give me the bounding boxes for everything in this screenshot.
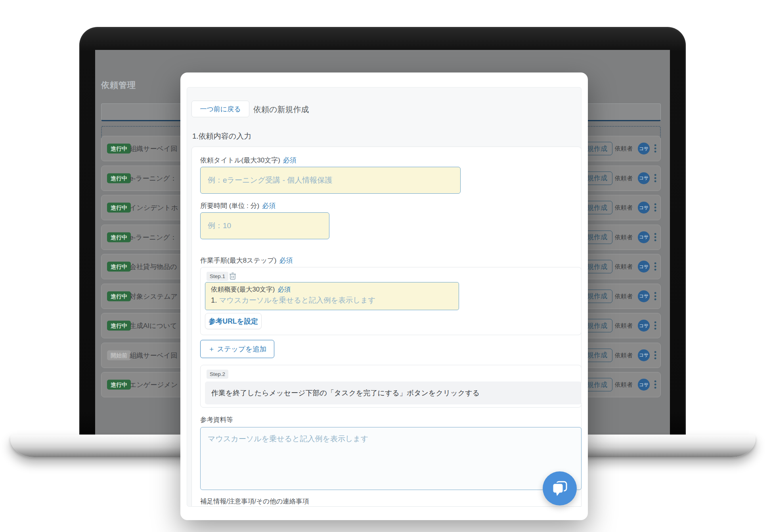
avatar[interactable]: コサ	[638, 202, 650, 214]
request-row-title: 組織サーベイ回	[130, 144, 177, 153]
requester-label: 依頼者	[615, 263, 633, 271]
status-badge: 進行中	[107, 232, 131, 242]
step2-text: 作業を終了したらメッセージ下部の「タスクを完了にする」ボタンをクリックする	[205, 381, 582, 404]
avatar[interactable]: コサ	[638, 290, 650, 302]
request-title-label: 依頼タイトル(最大30文字)必須	[200, 156, 297, 165]
screenshot-stage: 依頼管理 進行中 組織サーベイ回 規作成 依頼者 コサ ••• 進行中 e-ラー…	[0, 0, 773, 532]
duration-placeholder: 例：10	[208, 221, 231, 231]
duration-label: 所要時間 (単位 : 分)必須	[200, 201, 276, 210]
delete-step-icon[interactable]	[229, 272, 236, 280]
avatar[interactable]: コサ	[638, 379, 650, 391]
avatar[interactable]: コサ	[638, 172, 650, 184]
step1-summary-input[interactable]: 依頼概要(最大30文字)必須 1. マウスカーソルを乗せると記入例を表示します	[205, 282, 459, 310]
step2-chip: Step.2	[207, 370, 228, 379]
avatar[interactable]: コサ	[638, 320, 650, 332]
status-badge: 進行中	[107, 144, 131, 154]
supplement-label: 補足情報/注意事項/その他の連絡事項	[200, 497, 309, 506]
step1-summary-placeholder: 1. マウスカーソルを乗せると記入例を表示します	[211, 295, 459, 305]
request-row-title: e-ラーニング：	[130, 233, 177, 242]
kebab-menu-icon[interactable]: •••	[652, 350, 658, 360]
status-badge: 進行中	[107, 203, 131, 213]
avatar[interactable]: コサ	[638, 261, 650, 273]
kebab-menu-icon[interactable]: •••	[652, 143, 658, 154]
required-badge: 必須	[279, 257, 293, 264]
requester-label: 依頼者	[615, 233, 633, 241]
requester-label: 依頼者	[615, 204, 633, 212]
kebab-menu-icon[interactable]: •••	[652, 232, 658, 242]
required-badge: 必須	[262, 202, 276, 210]
requester-label: 依頼者	[615, 145, 633, 153]
request-title-input[interactable]: 例：eラーニング受講 - 個人情報保護	[200, 167, 461, 194]
kebab-menu-icon[interactable]: •••	[652, 173, 658, 183]
reference-textarea[interactable]: マウスカーソルを乗せると記入例を表示します	[200, 427, 582, 490]
avatar[interactable]: コサ	[638, 143, 650, 154]
requester-label: 依頼者	[615, 174, 633, 182]
request-row-title: e-ラーニング：	[130, 174, 177, 183]
kebab-menu-icon[interactable]: •••	[652, 320, 658, 331]
request-row-title: 会社貸与物品の	[130, 262, 177, 271]
requester-label: 依頼者	[615, 322, 633, 330]
request-row-title: エンゲージメン	[130, 380, 178, 389]
duration-input[interactable]: 例：10	[200, 212, 329, 239]
step1-summary-label: 依頼概要(最大30文字)必須	[211, 285, 459, 294]
avatar[interactable]: コサ	[638, 349, 650, 361]
requester-label: 依頼者	[615, 381, 633, 389]
status-badge: 進行中	[107, 321, 131, 331]
new-request-modal: 一つ前に戻る 依頼の新規作成 1.依頼内容の入力 依頼タイトル(最大30文字)必…	[180, 72, 588, 520]
set-reference-url-button[interactable]: 参考URLを設定	[205, 313, 262, 329]
status-badge: 進行中	[107, 173, 131, 183]
modal-title: 依頼の新規作成	[253, 104, 309, 115]
avatar[interactable]: コサ	[638, 231, 650, 243]
requester-label: 依頼者	[615, 292, 633, 300]
chat-launcher-button[interactable]	[543, 471, 577, 505]
add-step-button[interactable]: ＋ ステップを追加	[200, 340, 274, 358]
chat-bubble-icon	[551, 479, 569, 498]
request-row-title: 組織サーベイ回	[130, 351, 177, 360]
kebab-menu-icon[interactable]: •••	[652, 291, 658, 301]
step1-chip: Step.1	[207, 272, 228, 281]
status-badge: 進行中	[107, 380, 131, 390]
required-badge: 必須	[283, 156, 297, 164]
status-badge: 進行中	[107, 291, 131, 301]
request-row-title: インシデントホ	[130, 203, 178, 212]
kebab-menu-icon[interactable]: •••	[652, 202, 658, 213]
page-title: 依頼管理	[101, 80, 136, 91]
request-title-placeholder: 例：eラーニング受講 - 個人情報保護	[208, 175, 332, 185]
steps-label: 作業手順(最大8ステップ)必須	[200, 256, 293, 265]
status-badge: 開始前	[107, 350, 131, 360]
request-row-title: 対象システムア	[130, 292, 178, 301]
requester-label: 依頼者	[615, 351, 633, 359]
status-badge: 進行中	[107, 262, 131, 272]
back-button[interactable]: 一つ前に戻る	[191, 101, 249, 117]
reference-placeholder: マウスカーソルを乗せると記入例を表示します	[208, 435, 368, 443]
kebab-menu-icon[interactable]: •••	[652, 379, 658, 390]
reference-label: 参考資料等	[200, 416, 233, 424]
kebab-menu-icon[interactable]: •••	[652, 261, 658, 272]
request-row-title: 生成AIについて	[130, 321, 177, 330]
section-title: 1.依頼内容の入力	[192, 131, 251, 141]
